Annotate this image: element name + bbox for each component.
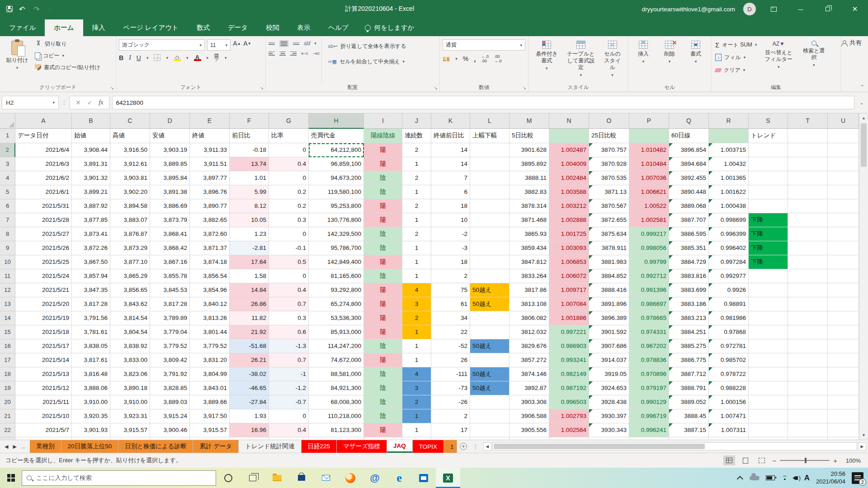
cell-D12[interactable]: 3,845.53: [150, 283, 190, 297]
autosum-button[interactable]: Σオート SUM▾: [714, 39, 758, 51]
cell-A7[interactable]: 2021/5/28: [15, 213, 72, 227]
cell-A15[interactable]: 2021/5/18: [15, 325, 72, 339]
cell-Q4[interactable]: 3892.455: [669, 171, 709, 185]
grow-font-button[interactable]: A▲: [233, 39, 241, 47]
cell-J21[interactable]: 1: [402, 409, 431, 423]
cell-C20[interactable]: 3,910.00: [110, 395, 150, 409]
cell-C7[interactable]: 3,883.07: [110, 213, 150, 227]
cell-M18[interactable]: 3874.146: [509, 367, 549, 381]
shrink-font-button[interactable]: A▼: [243, 39, 251, 47]
cell-I14[interactable]: 陽: [364, 311, 402, 325]
cell-E1[interactable]: 終値: [190, 129, 230, 143]
cell-D7[interactable]: 3,873.79: [150, 213, 190, 227]
normal-view-button[interactable]: [723, 455, 735, 465]
cell-S13[interactable]: [749, 297, 788, 311]
cell-J3[interactable]: 1: [402, 157, 431, 171]
cell-D6[interactable]: 3,886.69: [150, 199, 190, 213]
cell-E6[interactable]: 3,890.77: [190, 199, 230, 213]
cell-I7[interactable]: 陽: [364, 213, 402, 227]
wrap-text-button[interactable]: ab↩折り返して全体を表示する: [326, 40, 407, 52]
cortana-icon[interactable]: [216, 468, 241, 488]
cell-N1[interactable]: [549, 129, 589, 143]
cell-D15[interactable]: 3,779.04: [150, 325, 190, 339]
cell-J14[interactable]: 2: [402, 311, 431, 325]
column-header-H[interactable]: H: [309, 113, 364, 129]
cell-K20[interactable]: -26: [431, 395, 470, 409]
cell-D11[interactable]: 3,855.78: [150, 269, 190, 283]
cell-B13[interactable]: 3,817.28: [72, 297, 110, 311]
cell-A16[interactable]: 2021/5/17: [15, 339, 72, 353]
cell-B7[interactable]: 3,877.85: [72, 213, 110, 227]
fill-color-button[interactable]: ◇: [174, 55, 181, 61]
column-header-A[interactable]: A: [15, 113, 72, 129]
cell-N10[interactable]: 1.006853: [549, 255, 589, 269]
clock[interactable]: 20:56 2021/06/04: [816, 470, 845, 486]
column-header-J[interactable]: J: [402, 113, 431, 129]
fill-button[interactable]: ↓フィル▾: [714, 52, 758, 63]
outlook-icon[interactable]: [411, 468, 436, 488]
decrease-indent-button[interactable]: ⇤≡: [301, 51, 308, 56]
cell-J16[interactable]: 1: [402, 339, 431, 353]
cell-P6[interactable]: 1.00522: [629, 199, 669, 213]
cell-R12[interactable]: 0.9926: [709, 283, 749, 297]
align-top-button[interactable]: [269, 42, 275, 45]
cell-B15[interactable]: 3,781.61: [72, 325, 110, 339]
cell-C19[interactable]: 3,890.18: [110, 381, 150, 395]
cell-A17[interactable]: 2021/5/14: [15, 353, 72, 367]
cell-U2[interactable]: [828, 143, 859, 157]
cell-O1[interactable]: 25日比較: [589, 129, 629, 143]
align-left-button[interactable]: [269, 52, 275, 56]
cell-Q11[interactable]: 3883.816: [669, 269, 709, 283]
orientation-button[interactable]: ab̸: [304, 40, 310, 47]
ribbon-tab-ページ レイアウト[interactable]: ページ レイアウト: [114, 19, 188, 36]
cell-L8[interactable]: [470, 227, 509, 241]
cell-G16[interactable]: -1.3: [269, 339, 309, 353]
column-header-B[interactable]: B: [72, 113, 110, 129]
cell-A1[interactable]: データ日付: [15, 129, 72, 143]
cell-T1[interactable]: [788, 129, 828, 143]
cell-M5[interactable]: 3882.83: [509, 185, 549, 199]
cell-Q5[interactable]: 3890.448: [669, 185, 709, 199]
align-bottom-button[interactable]: [293, 42, 299, 45]
cell-L4[interactable]: [470, 171, 509, 185]
delete-cells-button[interactable]: 削除▾: [657, 38, 682, 83]
ribbon-tab-挿入[interactable]: 挿入: [83, 19, 114, 36]
zoom-slider[interactable]: [780, 460, 830, 461]
cell-R15[interactable]: 0.97868: [709, 325, 749, 339]
cell-S2[interactable]: [749, 143, 788, 157]
cell-P2[interactable]: 1.010482: [629, 143, 669, 157]
cell-P15[interactable]: 0.974331: [629, 325, 669, 339]
cell-R4[interactable]: 1.001365: [709, 171, 749, 185]
cell-B9[interactable]: 3,872.26: [72, 241, 110, 255]
cell-U17[interactable]: [828, 353, 859, 367]
cell-S12[interactable]: [749, 283, 788, 297]
cell-R20[interactable]: 1.000156: [709, 395, 749, 409]
cell-C8[interactable]: 3,876.87: [110, 227, 150, 241]
cell-E20[interactable]: 3,889.66: [190, 395, 230, 409]
column-header-O[interactable]: O: [589, 113, 629, 129]
cell-D3[interactable]: 3,889.85: [150, 157, 190, 171]
cell-N12[interactable]: 1.009717: [549, 283, 589, 297]
cell-L1[interactable]: 上幅下幅: [470, 129, 509, 143]
alignment-dialog-launcher[interactable]: ↘: [434, 85, 438, 90]
cell-B3[interactable]: 3,891.31: [72, 157, 110, 171]
cell-O16[interactable]: 3907.686: [589, 339, 629, 353]
cell-F7[interactable]: 10.05: [230, 213, 269, 227]
cell-L5[interactable]: [470, 185, 509, 199]
cell-N17[interactable]: 0.993241: [549, 353, 589, 367]
cell-F12[interactable]: 14.84: [230, 283, 269, 297]
column-header-S[interactable]: S: [749, 113, 788, 129]
cell-T17[interactable]: [788, 353, 828, 367]
cell-B17[interactable]: 3,817.61: [72, 353, 110, 367]
cell-A3[interactable]: 2021/6/3: [15, 157, 72, 171]
cell-F8[interactable]: 1.23: [230, 227, 269, 241]
cell-M12[interactable]: 3817.86: [509, 283, 549, 297]
cell-Q2[interactable]: 3896.854: [669, 143, 709, 157]
cell-K5[interactable]: 6: [431, 185, 470, 199]
cell-U5[interactable]: [828, 185, 859, 199]
cell-R19[interactable]: 0.988228: [709, 381, 749, 395]
cell-T11[interactable]: [788, 269, 828, 283]
cell-A8[interactable]: 2021/5/27: [15, 227, 72, 241]
cell-U13[interactable]: [828, 297, 859, 311]
cell-E10[interactable]: 3,874.18: [190, 255, 230, 269]
